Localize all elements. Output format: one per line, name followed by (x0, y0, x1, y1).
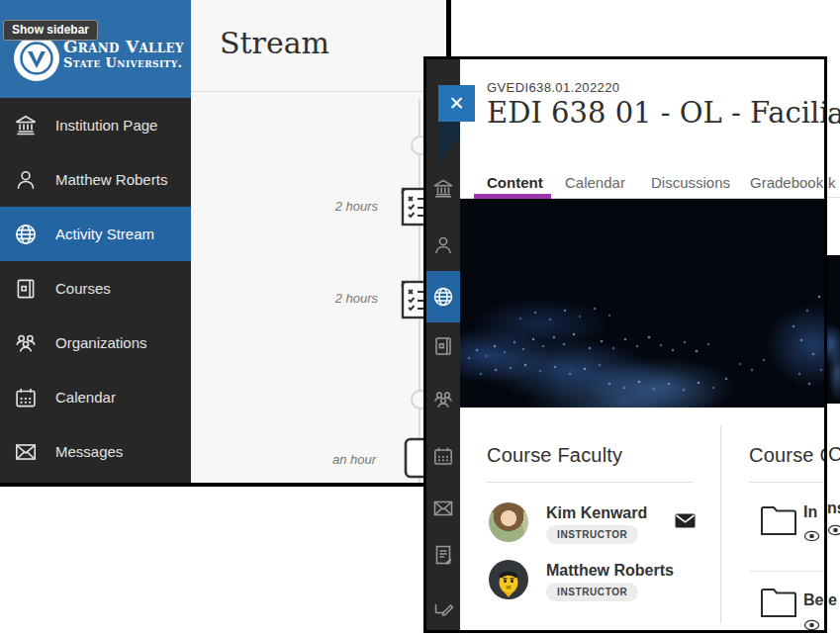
edge-item2-fragment: e (828, 591, 837, 609)
brand-name: Grand Valley State University. (63, 39, 184, 69)
folder-icon (760, 504, 797, 536)
courses-icon (13, 276, 39, 302)
institution-icon (13, 113, 39, 138)
organizations-icon (13, 330, 39, 356)
role-badge: INSTRUCTOR (546, 525, 638, 544)
visibility-eye-icon[interactable] (803, 617, 820, 633)
activity-stream-icon[interactable] (431, 285, 455, 309)
sidebar-item-label: Institution Page (55, 117, 157, 134)
member-name: Matthew Roberts (546, 562, 674, 580)
calendar-icon (13, 385, 39, 410)
edge-tab-border (827, 197, 840, 198)
role-badge: INSTRUCTOR (546, 583, 638, 601)
profile-icon[interactable] (431, 233, 455, 257)
page-title: Stream (220, 26, 329, 60)
mail-icon (675, 513, 696, 528)
sidebar-item-courses[interactable]: Courses (0, 261, 191, 316)
sidebar: Institution Page Matthew Roberts Activit… (0, 98, 191, 483)
tab-content[interactable]: Content (487, 174, 543, 191)
sidebar-item-profile[interactable]: Matthew Roberts (0, 152, 191, 207)
sidebar-item-institution-page[interactable]: Institution Page (0, 98, 191, 152)
course-id: GVEDI638.01.202220 (487, 80, 619, 95)
profile-icon (13, 167, 39, 193)
calendar-icon[interactable] (431, 444, 455, 468)
faculty-heading: Course Faculty (487, 444, 622, 467)
organizations-icon[interactable] (431, 388, 455, 411)
edge-banner-fragment (827, 255, 840, 404)
content-item-divider (749, 571, 824, 572)
sidebar-item-label: Calendar (55, 389, 116, 406)
edge-title-fragment: a (827, 97, 840, 131)
visibility-eye-icon[interactable] (803, 528, 820, 546)
banner-lights-glow (460, 199, 824, 408)
sidebar-item-calendar[interactable]: Calendar (0, 370, 191, 424)
screen: Grand Valley State University. Show side… (0, 0, 840, 636)
sidebar-item-messages[interactable]: Messages (0, 424, 191, 479)
grades-icon[interactable] (431, 543, 455, 567)
messages-icon (13, 439, 39, 465)
sidebar-item-activity-stream[interactable]: Activity Stream (0, 207, 191, 261)
sidebar-item-label: Organizations (55, 334, 147, 351)
course-banner-image (460, 199, 824, 408)
content-item-label: Be (803, 591, 823, 609)
course-content-divider (749, 482, 824, 483)
faculty-divider (487, 482, 693, 483)
gvsu-logo (14, 36, 59, 81)
course-content-heading: Course C (749, 444, 827, 467)
tools-icon[interactable] (431, 593, 455, 617)
banner-lights-dots (460, 199, 462, 201)
content-item-label: In (803, 503, 817, 521)
edge-tab-fragment: k (828, 174, 836, 191)
stream-entry-time: 2 hours (295, 199, 378, 214)
content-folder-item[interactable] (760, 587, 797, 622)
sidebar-item-label: Messages (55, 443, 123, 460)
brand-line2: State University. (63, 56, 184, 70)
close-panel-button[interactable]: ✕ (438, 85, 475, 122)
header-divider (191, 91, 446, 92)
brand-line1: Grand Valley (63, 39, 184, 56)
gvsu-v-icon (20, 42, 53, 75)
show-sidebar-tooltip: Show sidebar (3, 20, 98, 41)
folder-icon (760, 587, 797, 618)
tab-gradebook[interactable]: Gradebook (750, 174, 823, 191)
institution-icon[interactable] (431, 177, 455, 201)
tab-discussions[interactable]: Discussions (651, 174, 730, 191)
edge-heading-fragment: C (828, 443, 840, 466)
tab-calendar[interactable]: Calendar (565, 174, 625, 191)
stream-entry-time: 2 hours (295, 291, 378, 306)
brand-header: Grand Valley State University. (0, 0, 191, 98)
stream-entry-time: an hour (293, 452, 376, 467)
column-divider (720, 425, 721, 623)
member-name: Kim Kenward (546, 504, 647, 522)
avatar (489, 502, 528, 542)
edge-eye-icon (827, 522, 840, 540)
avatar (489, 560, 528, 603)
messages-icon[interactable] (431, 497, 455, 520)
courses-icon[interactable] (431, 334, 455, 358)
activity-stream-icon (13, 222, 39, 247)
sidebar-item-label: Activity Stream (55, 226, 154, 242)
message-instructor-button[interactable] (675, 513, 696, 532)
activity-stream-window: Grand Valley State University. Show side… (0, 0, 451, 487)
sidebar-item-organizations[interactable]: Organizations (0, 316, 191, 370)
edge-item1-fragment: ns (827, 500, 840, 517)
sidebar-item-label: Matthew Roberts (55, 171, 167, 188)
content-folder-item[interactable] (760, 504, 797, 540)
close-icon: ✕ (449, 92, 465, 115)
course-title: EDI 638 01 - OL - Facilita (487, 96, 824, 130)
sidebar-item-label: Courses (55, 280, 111, 297)
course-peek-panel: ✕ GVEDI638.01.202220 EDI 638 01 - OL - F… (423, 56, 827, 633)
